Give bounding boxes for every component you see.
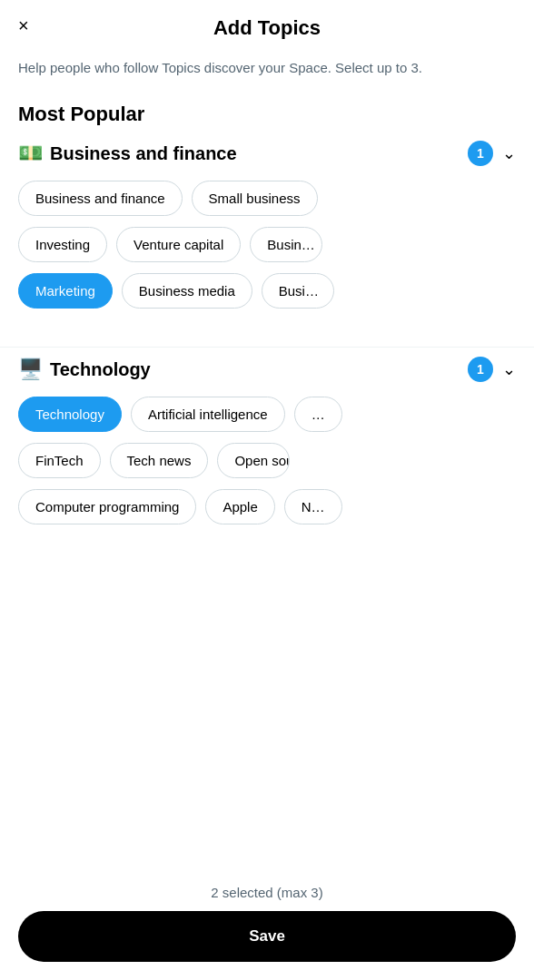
technology-row-3: Computer programming Apple N… [18,489,516,524]
business-row-2: Investing Venture capital Busin… [18,227,516,262]
topic-tech-partial-2[interactable]: N… [284,489,342,524]
topic-fintech[interactable]: FinTech [18,443,101,478]
subtitle-text: Help people who follow Topics discover y… [0,49,534,95]
business-row-3: Marketing Business media Busi… [18,273,516,309]
business-finance-header: 💵 Business and finance 1 ⌄ [18,141,516,166]
technology-icon: 🖥️ [18,358,43,381]
technology-title: Technology [50,359,468,380]
business-finance-icon: 💵 [18,142,43,165]
topic-business-partial-1[interactable]: Busin… [250,227,322,262]
close-button[interactable]: × [18,16,29,34]
topic-investing[interactable]: Investing [18,227,107,262]
technology-chevron[interactable]: ⌄ [502,359,516,379]
selected-count: 2 selected (max 3) [18,885,516,900]
business-finance-count: 1 [468,141,493,166]
topic-computer-programming[interactable]: Computer programming [18,489,196,524]
topic-artificial-intelligence[interactable]: Artificial intelligence [131,397,285,432]
header: × Add Topics [0,0,534,49]
business-finance-section: 💵 Business and finance 1 ⌄ Business and … [0,141,534,338]
business-finance-chevron[interactable]: ⌄ [502,143,516,163]
topic-venture-capital[interactable]: Venture capital [116,227,241,262]
technology-section: 🖥️ Technology 1 ⌄ Technology Artificial … [0,357,534,554]
technology-count: 1 [468,357,493,382]
topic-tech-news[interactable]: Tech news [110,443,209,478]
page-title: Add Topics [213,16,321,40]
topic-business-partial-2[interactable]: Busi… [262,273,334,309]
topic-small-business[interactable]: Small business [192,181,318,216]
technology-row-1: Technology Artificial intelligence … [18,397,516,432]
topic-business-media[interactable]: Business media [122,273,252,309]
topic-technology[interactable]: Technology [18,397,122,432]
save-button[interactable]: Save [18,911,516,962]
technology-row-2: FinTech Tech news Open source [18,443,516,478]
technology-header: 🖥️ Technology 1 ⌄ [18,357,516,382]
business-finance-title: Business and finance [50,143,468,164]
topic-marketing[interactable]: Marketing [18,273,113,309]
topic-business-and-finance[interactable]: Business and finance [18,181,183,216]
topic-apple[interactable]: Apple [205,489,274,524]
topic-open-source[interactable]: Open source [217,443,290,478]
most-popular-heading: Most Popular [0,95,534,141]
bottom-area: 2 selected (max 3) Save [0,874,534,980]
section-divider [0,347,534,348]
business-row-1: Business and finance Small business [18,181,516,216]
topic-tech-partial-1[interactable]: … [294,397,342,432]
bottom-spacer [0,554,534,681]
